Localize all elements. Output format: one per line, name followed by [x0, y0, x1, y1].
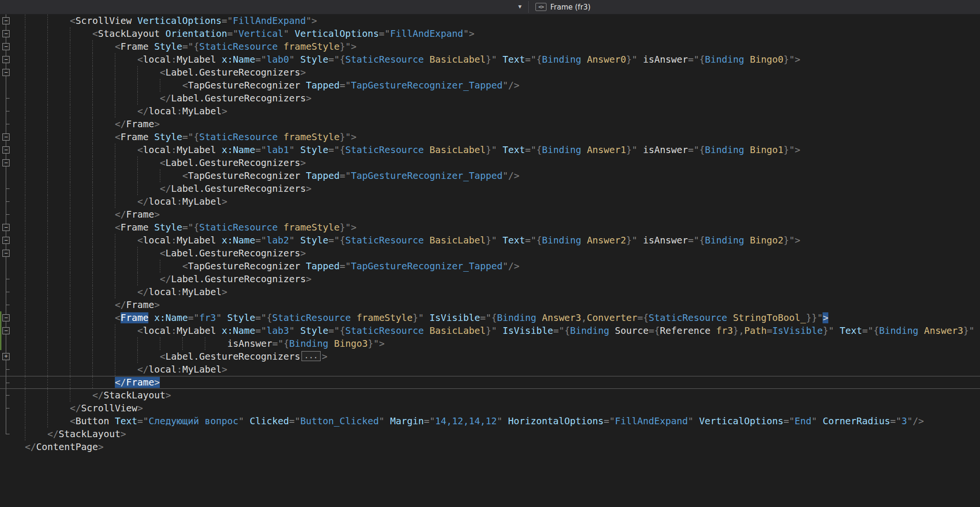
code-line[interactable]: </Frame> [0, 118, 980, 131]
code-token: ="{ [328, 144, 345, 155]
code-line[interactable]: </Frame> [0, 208, 980, 221]
code-line[interactable]: </local:MyLabel> [0, 195, 980, 208]
indent-guide [25, 169, 47, 182]
code-line[interactable]: <TapGestureRecognizer Tapped="TapGesture… [0, 260, 980, 273]
indent-guide [92, 234, 115, 247]
fold-collapse-button[interactable]: − [2, 30, 10, 37]
member-label: Frame (fr3) [550, 3, 590, 11]
code-line[interactable]: </ScrollView> [0, 402, 980, 415]
code-token: Margin [390, 416, 423, 427]
fold-collapse-button[interactable]: − [2, 146, 10, 154]
code-token: End [795, 416, 812, 427]
code-line[interactable]: −<Frame Style="{StaticResource frameStyl… [0, 131, 980, 143]
code-token: > [154, 119, 160, 130]
code-line[interactable]: −<local:MyLabel x:Name="lab1" Style="{St… [0, 143, 980, 156]
code-line[interactable]: </local:MyLabel> [0, 363, 980, 376]
code-line[interactable]: −<Label.GestureRecognizers> [0, 66, 980, 79]
code-token: VerticalOptions [295, 28, 379, 39]
code-token: =" [340, 261, 351, 272]
code-token [744, 235, 750, 246]
fold-collapse-button[interactable]: − [2, 237, 10, 244]
indent-guide [92, 118, 115, 131]
code-token [609, 325, 615, 336]
code-token: TapGestureRecognizer_Tapped [351, 80, 502, 91]
code-line[interactable]: </local:MyLabel> [0, 105, 980, 118]
code-token: Label.GestureRecognizers [171, 93, 306, 104]
code-line[interactable]: −<local:MyLabel x:Name="lab3" Style="{St… [0, 324, 980, 337]
code-line[interactable]: </StackLayout> [0, 389, 980, 402]
code-line[interactable]: <Button Text="Следующий вопрос" Clicked=… [0, 415, 980, 428]
code-token: < [182, 170, 188, 181]
code-token: Label.GestureRecognizers [171, 183, 306, 194]
code-token: ="{ [182, 222, 199, 233]
fold-collapse-button[interactable]: − [2, 314, 10, 321]
code-line[interactable]: −<ScrollView VerticalOptions="FillAndExp… [0, 14, 980, 27]
code-line[interactable]: −<StackLayout Orientation="Vertical" Ver… [0, 27, 980, 40]
code-line[interactable]: isAnswer="{Binding Bingo3}"> [0, 337, 980, 350]
code-line[interactable]: −<Frame Style="{StaticResource frameStyl… [0, 40, 980, 53]
code-line[interactable]: </Label.GestureRecognizers> [0, 182, 980, 195]
code-line[interactable]: +<Label.GestureRecognizers...> [0, 350, 980, 363]
code-token: StaticResource [272, 312, 351, 323]
indent-guide [92, 156, 115, 169]
code-line[interactable]: −<local:MyLabel x:Name="lab0" Style="{St… [0, 53, 980, 66]
indent-guide [25, 234, 47, 247]
code-line[interactable]: −<Label.GestureRecognizers> [0, 156, 980, 169]
code-editor[interactable]: −<ScrollView VerticalOptions="FillAndExp… [0, 14, 980, 507]
indent-guide [47, 182, 70, 195]
indent-guide [25, 221, 47, 234]
fold-collapse-button[interactable]: − [2, 56, 10, 63]
scope-dropdown[interactable]: ▼ [0, 0, 528, 14]
code-token: Binding [289, 338, 328, 349]
fold-collapse-button[interactable]: − [2, 133, 10, 141]
code-token: Style [301, 54, 329, 65]
code-line[interactable]: </Label.GestureRecognizers> [0, 92, 980, 105]
member-dropdown[interactable]: <> Frame (fr3) [529, 0, 980, 14]
code-token: Reference [660, 325, 711, 336]
code-text: </Label.GestureRecognizers> [12, 92, 980, 105]
indent-guide [92, 221, 115, 234]
code-line[interactable]: −<Label.GestureRecognizers> [0, 247, 980, 260]
code-line[interactable]: <TapGestureRecognizer Tapped="TapGesture… [0, 79, 980, 92]
code-token: Frame [126, 209, 154, 220]
code-token: < [182, 261, 188, 272]
code-token: TapGestureRecognizer_Tapped [351, 170, 502, 181]
code-token: < [115, 312, 121, 323]
fold-collapse-button[interactable]: − [2, 69, 10, 76]
fold-collapse-button[interactable]: − [2, 17, 10, 24]
indent-guide [115, 53, 137, 66]
code-token: Bingo0 [750, 54, 783, 65]
indent-guide [25, 363, 47, 376]
code-line-current[interactable]: </Frame> [0, 376, 980, 389]
code-line[interactable]: −<local:MyLabel x:Name="lab2" Style="{St… [0, 234, 980, 247]
fold-gutter [0, 182, 12, 195]
collapsed-region-button[interactable]: ... [301, 351, 321, 361]
code-text: <TapGestureRecognizer Tapped="TapGesture… [12, 79, 980, 92]
fold-collapse-button[interactable]: − [2, 159, 10, 166]
code-token: ="{ [328, 235, 345, 246]
code-token [536, 312, 542, 323]
indent-guide [25, 311, 47, 324]
fold-collapse-button[interactable]: − [2, 327, 10, 334]
fold-gutter: − [0, 27, 12, 40]
code-line[interactable]: </StackLayout> [0, 428, 980, 441]
fold-collapse-button[interactable]: − [2, 250, 10, 257]
fold-collapse-button[interactable]: − [2, 224, 10, 231]
indent-guide [25, 66, 47, 79]
code-line[interactable]: </local:MyLabel> [0, 286, 980, 298]
indent-guide [25, 118, 47, 131]
code-token: =" [222, 15, 233, 26]
code-line[interactable]: −<Frame x:Name="fr3" Style="{StaticResou… [0, 311, 980, 324]
code-token: MyLabel [177, 144, 216, 155]
fold-collapse-button[interactable]: − [2, 43, 10, 50]
code-token: frameStyle [283, 41, 339, 52]
code-line[interactable]: </Frame> [0, 298, 980, 311]
code-token: StaticResource [345, 54, 423, 65]
code-line[interactable]: <TapGestureRecognizer Tapped="TapGesture… [0, 169, 980, 182]
code-line[interactable]: </ContentPage> [0, 441, 980, 453]
indent-guide [70, 40, 92, 53]
code-line[interactable]: −<Frame Style="{StaticResource frameStyl… [0, 221, 980, 234]
code-token: StackLayout [103, 390, 165, 401]
code-line[interactable]: </Label.GestureRecognizers> [0, 273, 980, 286]
fold-expand-button[interactable]: + [2, 353, 10, 360]
